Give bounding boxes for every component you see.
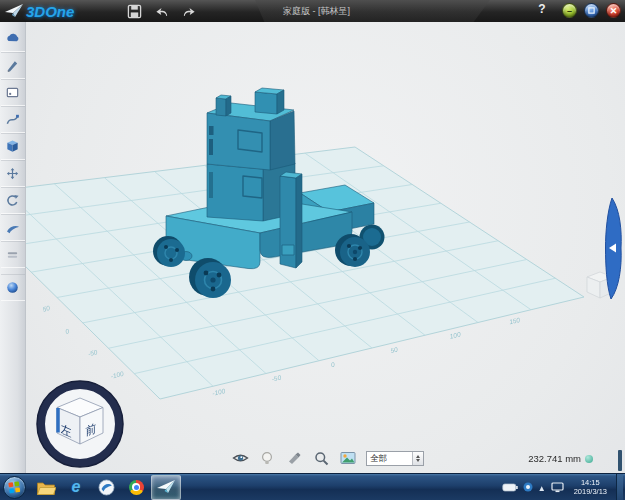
grid-axis-label: 50	[42, 304, 51, 313]
taskbar-media-player[interactable]	[91, 475, 121, 500]
measurement-value: 232.741 mm	[528, 453, 581, 464]
folder-icon	[36, 479, 56, 496]
taskbar-internet-explorer[interactable]: e	[61, 475, 91, 500]
taskbar-3done-active[interactable]	[151, 475, 181, 500]
window-title: 家庭版 - [韩林呈]	[283, 5, 350, 18]
measurement-readout: 232.741 mm	[528, 453, 593, 464]
start-button[interactable]	[3, 476, 26, 499]
cloud-icon	[5, 30, 21, 46]
cube-icon	[5, 139, 20, 154]
ground-grid: 500-50-100-100-50050100150	[26, 147, 584, 399]
right-panel-toggle[interactable]	[606, 198, 622, 299]
maximize-button[interactable]	[584, 3, 599, 18]
tray-expand-caret[interactable]: ▲	[538, 484, 546, 493]
sketch-plane-icon	[5, 85, 20, 100]
close-button[interactable]: ✕	[606, 3, 621, 18]
network-monitor-icon[interactable]	[551, 482, 565, 493]
undo-icon[interactable]	[153, 3, 170, 20]
spline-icon	[5, 112, 20, 127]
grid-axis-label: 0	[65, 327, 71, 335]
minimize-button[interactable]: –	[562, 3, 577, 18]
tool-sidebar	[0, 22, 26, 473]
sidebar-item-move-transform[interactable]	[1, 160, 25, 187]
light-bulb-icon[interactable]	[258, 449, 276, 467]
scene-canvas: 500-50-100-100-50050100150	[26, 22, 625, 473]
zoom-magnifier-icon[interactable]	[312, 449, 330, 467]
show-desktop-button[interactable]	[616, 474, 623, 500]
clock-date: 2019/3/13	[574, 487, 607, 496]
app-menu-plane-icon[interactable]	[4, 3, 24, 19]
ie-icon: e	[72, 478, 81, 496]
grid-axis-label: 50	[390, 345, 399, 353]
sidebar-item-sketch-plane[interactable]	[1, 79, 25, 106]
redo-icon[interactable]	[180, 3, 197, 20]
right-edge-handle[interactable]	[618, 450, 622, 471]
sidebar-item-gesture-tool[interactable]	[1, 214, 25, 241]
taskbar-clock[interactable]: 14:15 2019/3/13	[570, 478, 611, 496]
titlebar: 3DOne 家庭版 - [韩林呈] ? – ✕	[0, 0, 625, 22]
battery-icon[interactable]	[502, 483, 518, 492]
3done-plane-icon	[155, 478, 177, 496]
pencil-icon	[5, 58, 20, 73]
3done-window: 3DOne 家庭版 - [韩林呈] ? – ✕	[0, 0, 625, 500]
sidebar-item-community[interactable]	[1, 25, 25, 52]
player-icon	[98, 479, 115, 496]
chrome-icon	[129, 480, 144, 495]
grid-axis-label: -100	[110, 370, 125, 380]
rotate-arrow-icon	[5, 193, 20, 208]
save-icon[interactable]	[126, 3, 143, 20]
window-controls: – ✕	[562, 3, 621, 18]
sphere-icon	[5, 280, 20, 295]
bars-icon	[5, 247, 20, 262]
sidebar-item-curve-tool[interactable]	[1, 106, 25, 133]
sidebar-item-sketch-pen[interactable]	[1, 52, 25, 79]
material-brush-icon[interactable]	[285, 449, 303, 467]
help-button[interactable]: ?	[534, 2, 550, 19]
grid-axis-label: -100	[212, 387, 227, 397]
sidebar-item-rotate-tool[interactable]	[1, 187, 25, 214]
filter-dropdown[interactable]: 全部	[366, 451, 424, 466]
move-arrows-icon	[5, 166, 20, 181]
grid-axis-label: 0	[330, 360, 335, 368]
quick-access-toolbar	[126, 3, 197, 20]
background-image-icon[interactable]	[339, 449, 357, 467]
sidebar-item-render-sphere[interactable]	[1, 274, 25, 301]
visibility-eye-icon[interactable]	[231, 449, 249, 467]
display-toolbar: 全部	[231, 446, 424, 470]
clock-time: 14:15	[574, 478, 607, 487]
grid-axis-label: 150	[508, 316, 520, 325]
hand-swoosh-icon	[5, 220, 21, 236]
grid-axis-label: -50	[271, 374, 282, 383]
viewport-3d[interactable]: 500-50-100-100-50050100150	[26, 22, 625, 473]
measure-status-icon	[585, 455, 593, 463]
sidebar-item-collapsed-group[interactable]	[1, 241, 25, 268]
taskbar-chrome[interactable]	[121, 475, 151, 500]
tray-shield-icon[interactable]	[523, 482, 533, 492]
logo-text: 3DOne	[26, 3, 74, 20]
grid-axis-label: -50	[87, 348, 98, 357]
sidebar-item-solid-primitives[interactable]	[1, 133, 25, 160]
filter-value: 全部	[367, 452, 412, 465]
grid-axis-label: 100	[449, 330, 461, 339]
filter-spinner[interactable]	[412, 452, 423, 465]
system-tray: ▲ 14:15 2019/3/13	[502, 474, 625, 500]
windows-taskbar: e ▲	[0, 473, 625, 500]
taskbar-file-explorer[interactable]	[31, 475, 61, 500]
